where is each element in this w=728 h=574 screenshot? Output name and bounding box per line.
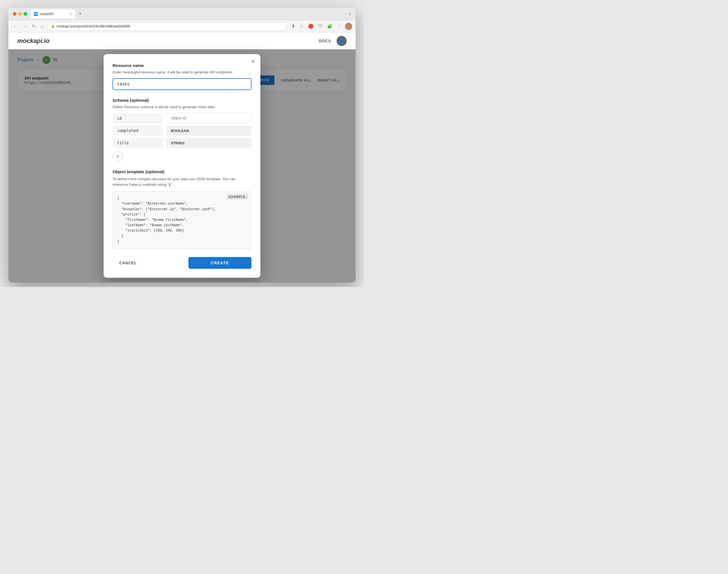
expand-icon: ∨ xyxy=(348,12,351,16)
template-box: EXAMPLE { "username": "$internet.userNam… xyxy=(112,191,252,249)
schema-field-id: id xyxy=(112,113,163,123)
traffic-light-minimize[interactable] xyxy=(18,12,22,16)
share-icon[interactable]: ⬆ xyxy=(290,23,296,30)
create-button[interactable]: CREATE xyxy=(188,257,252,269)
schema-field-completed: completed xyxy=(112,126,163,136)
lock-icon: 🔒 xyxy=(51,25,55,28)
vpn-icon[interactable]: 🔴 xyxy=(307,23,315,30)
schema-row-id: id Object ID xyxy=(112,113,252,123)
resource-name-desc: Enter meaningful resource name, it will … xyxy=(112,70,252,74)
tab-favicon: API xyxy=(34,12,38,16)
template-code: { "username": "$internet.userName", "kno… xyxy=(117,196,247,244)
template-title: Object template (optional) xyxy=(112,169,252,174)
browser-menu-icon[interactable]: ⋮ xyxy=(336,23,343,30)
browser-titlebar: API mockAPI × + ∨ xyxy=(8,8,356,20)
forward-button[interactable]: → xyxy=(21,23,28,30)
address-bar[interactable]: 🔒 mockapi.io/projects/63e024108b24964ae0… xyxy=(47,22,287,31)
schema-field-title: title xyxy=(112,138,163,148)
resource-name-title: Resource name xyxy=(112,63,252,68)
schema-desc: Define Resource schema, it will be used … xyxy=(112,105,252,109)
modal-close-button[interactable]: × xyxy=(252,58,255,64)
shield-icon[interactable]: 🛡 xyxy=(317,23,324,30)
app-content: mockapi.io DOCS 👤 Projects → t To API en… xyxy=(8,33,356,283)
template-desc: To define more complex structure for you… xyxy=(112,176,252,187)
star-icon[interactable]: ☆ xyxy=(299,23,305,30)
docs-link[interactable]: DOCS xyxy=(319,39,331,43)
tab-close-button[interactable]: × xyxy=(70,12,72,16)
modal-overlay[interactable]: × Resource name Enter meaningful resourc… xyxy=(8,49,356,283)
example-badge: EXAMPLE xyxy=(227,194,248,199)
schema-type-completed[interactable]: BOOLEAN xyxy=(166,126,252,136)
toolbar-actions: ⬆ ☆ 🔴 🛡 🧩 ⋮ xyxy=(290,23,352,30)
schema-type-title[interactable]: STRING xyxy=(166,138,252,148)
resource-name-input[interactable] xyxy=(112,78,252,90)
schema-title: Schema (optional) xyxy=(112,98,252,102)
new-tab-button[interactable]: + xyxy=(77,10,84,18)
app-header: mockapi.io DOCS 👤 xyxy=(8,33,356,49)
profile-avatar[interactable] xyxy=(345,23,352,30)
browser-tabs: API mockAPI × + xyxy=(31,9,345,18)
home-button[interactable]: ⌂ xyxy=(40,23,45,30)
refresh-button[interactable]: ↻ xyxy=(31,23,37,30)
main-area: Projects → t To API endpoint https://63e… xyxy=(8,49,356,283)
user-icon: 👤 xyxy=(339,38,345,43)
user-button[interactable]: 👤 xyxy=(336,36,347,46)
tab-title: mockAPI xyxy=(40,12,53,16)
schema-row-title: title STRING xyxy=(112,138,252,148)
traffic-light-close[interactable] xyxy=(13,12,16,16)
traffic-lights xyxy=(13,12,27,16)
resource-name-section: Resource name Enter meaningful resource … xyxy=(112,63,252,90)
template-section: Object template (optional) To define mor… xyxy=(112,169,252,249)
schema-type-id[interactable]: Object ID xyxy=(166,113,252,123)
modal-dialog: × Resource name Enter meaningful resourc… xyxy=(104,54,260,278)
extensions-icon[interactable]: 🧩 xyxy=(326,23,334,30)
traffic-light-fullscreen[interactable] xyxy=(24,12,27,16)
header-right: DOCS 👤 xyxy=(319,36,347,46)
browser-window: API mockAPI × + ∨ ← → ↻ ⌂ 🔒 mockapi.io/p… xyxy=(8,8,356,283)
browser-tab-active[interactable]: API mockAPI × xyxy=(31,9,75,18)
address-url: mockapi.io/projects/63e024108b24964ae0fa… xyxy=(56,25,130,28)
schema-section: Schema (optional) Define Resource schema… xyxy=(112,98,252,161)
app-logo: mockapi.io xyxy=(17,37,50,45)
schema-grid: id Object ID completed BOOLEAN title STR… xyxy=(112,113,252,148)
cancel-button[interactable]: CANCEL xyxy=(112,258,144,268)
back-button[interactable]: ← xyxy=(12,23,18,30)
modal-footer: CANCEL CREATE xyxy=(112,257,252,269)
schema-row-completed: completed BOOLEAN xyxy=(112,126,252,136)
browser-toolbar: ← → ↻ ⌂ 🔒 mockapi.io/projects/63e024108b… xyxy=(8,20,356,33)
add-field-button[interactable]: + xyxy=(112,151,123,161)
